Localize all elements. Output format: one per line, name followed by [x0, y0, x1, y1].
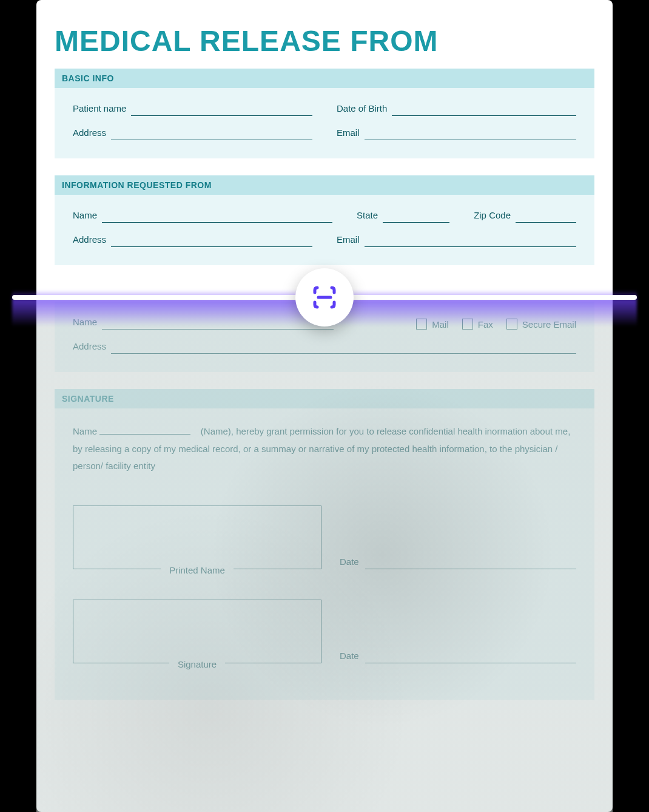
signature-box-wrap: Signature — [73, 600, 321, 663]
section-body-signature: Name (Name), hereby grant permission for… — [55, 408, 594, 700]
input-address-basic[interactable] — [111, 127, 312, 140]
signature-box[interactable] — [73, 600, 321, 663]
input-req-address[interactable] — [111, 234, 312, 247]
label-date-2: Date — [340, 651, 359, 663]
printed-name-box[interactable] — [73, 506, 321, 569]
label-sig-name: Name — [73, 426, 97, 436]
checkbox-box-icon — [506, 319, 517, 330]
label-req-zip: Zip Code — [474, 210, 511, 223]
section-body-basic: Patient name Date of Birth Address Email — [55, 88, 594, 158]
input-send-address[interactable] — [111, 340, 576, 354]
input-dob[interactable] — [392, 103, 576, 116]
checkbox-label-secure-email: Secure Email — [522, 319, 576, 330]
section-header-requested: INFORMATION REQUESTED FROM — [55, 175, 594, 195]
checkbox-fax[interactable]: Fax — [462, 319, 493, 330]
input-req-email[interactable] — [365, 234, 576, 247]
checkbox-box-icon — [462, 319, 473, 330]
section-basic-info: BASIC INFO Patient name Date of Birth Ad… — [55, 69, 594, 158]
input-req-name[interactable] — [102, 209, 332, 223]
label-req-state: State — [357, 210, 378, 223]
input-send-name[interactable] — [102, 316, 334, 330]
checkbox-label-mail: Mail — [432, 319, 449, 330]
label-send-address: Address — [73, 341, 106, 354]
printed-name-box-wrap: Printed Name — [73, 506, 321, 569]
input-req-state[interactable] — [383, 209, 449, 223]
form-title: MEDICAL RELEASE FROM — [55, 24, 594, 58]
checkbox-secure-email[interactable]: Secure Email — [506, 319, 576, 330]
printed-name-label: Printed Name — [73, 565, 321, 575]
label-send-name: Name — [73, 317, 97, 330]
input-patient-name[interactable] — [131, 103, 312, 116]
section-header-signature: SIGNATURE — [55, 389, 594, 408]
label-req-email: Email — [337, 234, 360, 247]
label-date-1: Date — [340, 557, 359, 569]
checkbox-mail[interactable]: Mail — [416, 319, 449, 330]
form-page: MEDICAL RELEASE FROM BASIC INFO Patient … — [36, 0, 613, 812]
input-date-1[interactable] — [365, 556, 576, 569]
label-req-address: Address — [73, 234, 106, 247]
label-address-basic: Address — [73, 127, 106, 140]
label-email-basic: Email — [337, 127, 360, 140]
input-sig-name[interactable] — [99, 424, 190, 435]
checkbox-label-fax: Fax — [478, 319, 493, 330]
input-req-zip[interactable] — [516, 209, 576, 223]
input-date-2[interactable] — [365, 650, 576, 663]
send-by-options: Mail Fax Secure Email — [416, 319, 576, 330]
section-requested: INFORMATION REQUESTED FROM Name State Zi… — [55, 175, 594, 265]
label-patient-name: Patient name — [73, 103, 126, 116]
scan-icon — [310, 283, 339, 312]
signature-statement-block: Name (Name), hereby grant permission for… — [73, 423, 576, 475]
scan-badge — [295, 268, 354, 326]
input-email-basic[interactable] — [365, 127, 576, 140]
checkbox-box-icon — [416, 319, 427, 330]
label-req-name: Name — [73, 210, 97, 223]
label-dob: Date of Birth — [337, 103, 387, 116]
signature-label: Signature — [73, 659, 321, 669]
section-body-requested: Name State Zip Code Address Em — [55, 195, 594, 265]
section-signature: SIGNATURE Name (Name), hereby grant perm… — [55, 389, 594, 700]
section-header-basic: BASIC INFO — [55, 69, 594, 88]
